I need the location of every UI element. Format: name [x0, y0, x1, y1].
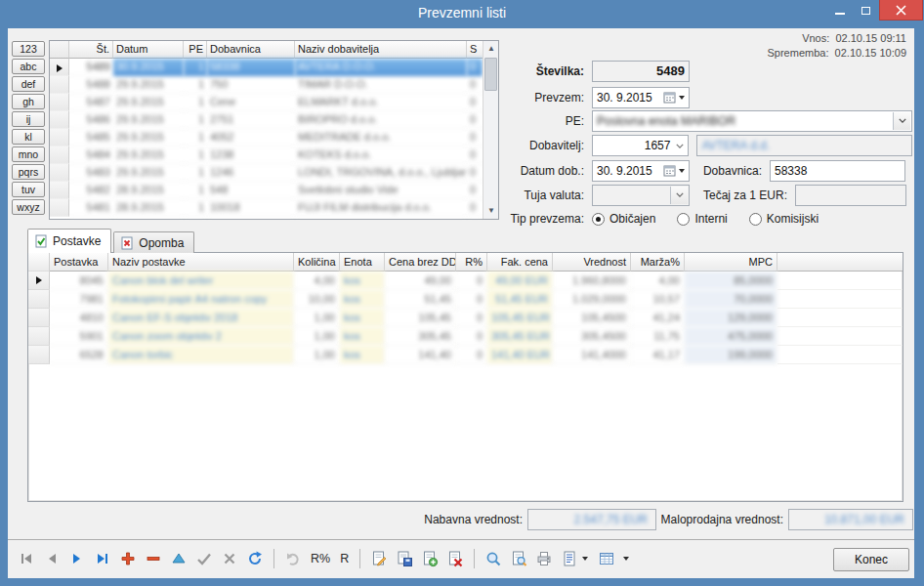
- cell-marza: 10,57: [631, 290, 685, 309]
- edit-document-button[interactable]: [370, 550, 388, 567]
- nav-next-icon: [68, 550, 86, 567]
- scrollbar-thumb[interactable]: [484, 58, 497, 91]
- column-header-vrednost[interactable]: Vrednost: [553, 253, 631, 272]
- print-button[interactable]: [535, 550, 553, 567]
- calendar-icon[interactable]: [663, 91, 676, 104]
- alpha-button-123[interactable]: 123: [12, 41, 45, 57]
- detail-row[interactable]: 4810 Canon EF-S objektiv 2018 1,00 kos 1…: [28, 309, 903, 327]
- alpha-button-abc[interactable]: abc: [12, 59, 45, 74]
- report-dropdown-icon[interactable]: [582, 557, 588, 561]
- column-header-datum[interactable]: Datum: [113, 41, 184, 59]
- radio-obicajen[interactable]: Običajen: [592, 212, 655, 226]
- alpha-button-pqrs[interactable]: pqrs: [12, 164, 45, 180]
- column-header-s[interactable]: S: [467, 41, 483, 59]
- dobavitelj-code-field[interactable]: 1657: [592, 135, 689, 156]
- alpha-button-wxyz[interactable]: wxyz: [12, 199, 45, 215]
- table-row[interactable]: 5483 29.9.2015 1 1246 LONDI, TRGOVINA, d…: [50, 164, 483, 182]
- date-dropdown-icon[interactable]: [679, 96, 685, 100]
- titlebar[interactable]: Prevzemni listi: [0, 0, 924, 28]
- scroll-down-icon[interactable]: ▼: [483, 203, 499, 219]
- column-header-st[interactable]: Št.: [69, 41, 113, 59]
- radio-komisijski[interactable]: Komisijski: [749, 212, 819, 226]
- column-header-postavka[interactable]: Postavka: [50, 253, 108, 272]
- nav-prev-button[interactable]: [43, 550, 61, 567]
- tab-postavke[interactable]: Postavke: [27, 229, 111, 253]
- column-header-enota[interactable]: Enota: [340, 253, 385, 272]
- chevron-down-icon[interactable]: [676, 144, 684, 148]
- grid-view-button[interactable]: [598, 550, 615, 567]
- cell-naziv: Canon torbic: [108, 346, 294, 364]
- search-button[interactable]: [484, 550, 502, 567]
- delete-document-button[interactable]: [446, 550, 464, 567]
- delete-row-button[interactable]: [145, 550, 162, 567]
- rabat-button[interactable]: R: [340, 552, 349, 565]
- column-header-fak-cena[interactable]: Fak. cena: [487, 253, 553, 272]
- alpha-button-mno[interactable]: mno: [12, 146, 45, 162]
- konec-button[interactable]: Konec: [833, 548, 909, 571]
- edit-row-button[interactable]: [170, 550, 188, 567]
- maximize-button[interactable]: [853, 0, 879, 21]
- column-header-marza[interactable]: Marža%: [631, 253, 685, 272]
- prevzem-date-field[interactable]: 30. 9.2015: [592, 87, 690, 108]
- tab-opomba[interactable]: Opomba: [113, 231, 194, 253]
- cell-datum: 28.9.2015: [113, 199, 184, 217]
- table-row[interactable]: 5487 29.9.2015 1 Cene ELMARKT d.o.o. 0: [50, 94, 483, 111]
- close-button[interactable]: [879, 0, 923, 21]
- cell-dobavnica: 1238: [207, 146, 295, 164]
- add-document-button[interactable]: [421, 550, 439, 567]
- refresh-button[interactable]: [246, 550, 264, 567]
- table-row[interactable]: 5485 29.9.2015 1 4052 MEDITRADE d.o.o. 0: [50, 129, 483, 146]
- alpha-button-def[interactable]: def: [12, 76, 45, 92]
- table-row[interactable]: 5484 29.9.2015 1 1238 KOTEKS d.o.o. 0: [50, 146, 483, 164]
- detail-row[interactable]: 7981 Fotokopirni papir A4 natron copy 10…: [28, 290, 903, 309]
- table-row-selected[interactable]: 5489 30.9.2015 1 58338 AVTERA D.O.O. 0: [50, 59, 483, 76]
- find-document-button[interactable]: [510, 550, 527, 567]
- table-row[interactable]: 5482 28.9.2015 1 548 Svetlobni studio Vi…: [50, 182, 483, 199]
- alpha-button-tuv[interactable]: tuv: [12, 182, 45, 197]
- dobavnica-field[interactable]: 58338: [770, 160, 905, 182]
- confirm-button[interactable]: [195, 550, 213, 567]
- detail-row[interactable]: 6528 Canon torbic 1,00 kos 141,40 0 141,…: [28, 346, 903, 364]
- alpha-button-ij[interactable]: ij: [12, 111, 45, 127]
- toolbar-separator-line: [8, 539, 914, 540]
- date-dropdown-icon[interactable]: [679, 169, 685, 173]
- column-header-pe[interactable]: PE: [184, 41, 207, 59]
- alpha-button-kl[interactable]: kl: [12, 129, 45, 145]
- undo-button[interactable]: [284, 550, 302, 567]
- column-header-cena-brez-ddv[interactable]: Cena brez DDV: [385, 253, 456, 272]
- column-header-mpc[interactable]: MPC: [685, 253, 777, 272]
- rabat-percent-button[interactable]: R%: [311, 552, 330, 565]
- tuja-valuta-dropdown-button[interactable]: [670, 187, 688, 204]
- detail-row[interactable]: 8045 Canon blok del writer 4,00 kos 49,0…: [28, 272, 903, 290]
- nav-next-button[interactable]: [68, 550, 86, 567]
- save-document-icon: [396, 550, 413, 567]
- table-row[interactable]: 5486 29.9.2015 1 2751 BIROPRO d.o.o. 0: [50, 111, 483, 129]
- save-document-button[interactable]: [396, 550, 413, 567]
- nav-first-button[interactable]: [18, 550, 35, 567]
- cancel-button[interactable]: [221, 550, 238, 567]
- scroll-up-icon[interactable]: ▲: [483, 41, 499, 57]
- report-button[interactable]: [561, 550, 578, 567]
- radio-interni[interactable]: Interni: [677, 212, 727, 226]
- table-row[interactable]: 5481 28.9.2015 1 10018 FUJI FILM distrib…: [50, 199, 483, 217]
- pe-combobox[interactable]: Poslovna enota MARIBOR: [592, 110, 912, 132]
- calendar-icon[interactable]: [663, 164, 676, 177]
- column-header-kolicina[interactable]: Količina: [294, 253, 340, 272]
- table-row[interactable]: 5488 29.9.2015 1 750 TIMAR D.O.O. 0: [50, 76, 483, 94]
- datum-dob-date-field[interactable]: 30. 9.2015: [592, 160, 690, 182]
- grid-dropdown-icon[interactable]: [623, 557, 629, 561]
- vertical-scrollbar[interactable]: ▲ ▼: [483, 41, 498, 219]
- pe-dropdown-button[interactable]: [893, 112, 910, 130]
- detail-row[interactable]: 5901 Canon zoom objektiv 2 1,00 kos 305,…: [28, 327, 903, 346]
- sprememba-value: 02.10.15 10:09: [835, 47, 906, 59]
- column-header-naziv-postavke[interactable]: Naziv postavke: [108, 253, 294, 272]
- add-row-button[interactable]: [119, 550, 137, 567]
- cell-st: 5485: [69, 129, 113, 146]
- column-header-naziv[interactable]: Naziv dobavitelja: [295, 41, 467, 59]
- nav-last-button[interactable]: [94, 550, 111, 567]
- minimize-button[interactable]: [826, 0, 853, 21]
- column-header-r[interactable]: R%: [456, 253, 487, 272]
- column-header-dobavnica[interactable]: Dobavnica: [207, 41, 295, 59]
- alpha-button-gh[interactable]: gh: [12, 94, 45, 109]
- tuja-valuta-combobox[interactable]: [592, 185, 690, 206]
